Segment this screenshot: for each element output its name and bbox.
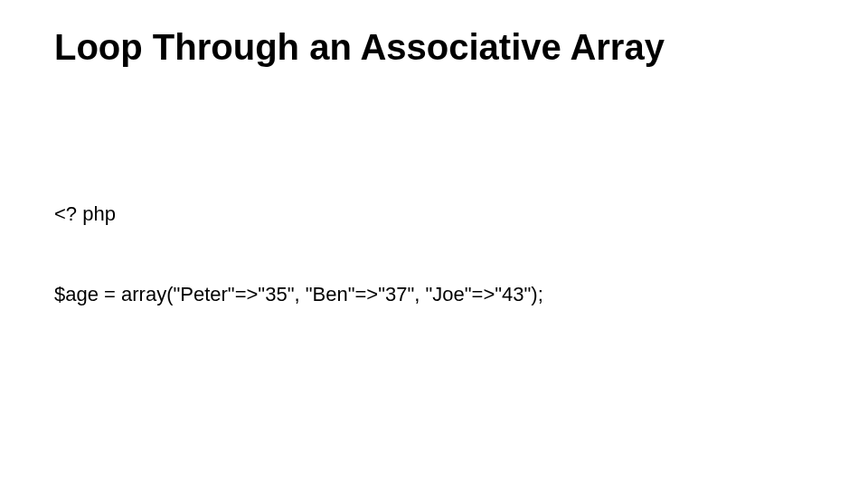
code-line: $age = array("Peter"=>"35", "Ben"=>"37",… (54, 281, 814, 308)
code-block: <? php $age = array("Peter"=>"35", "Ben"… (54, 93, 814, 488)
slide-container: Loop Through an Associative Array <? php… (0, 0, 868, 488)
code-section-setup: <? php $age = array("Peter"=>"35", "Ben"… (54, 146, 814, 361)
code-line: <? php (54, 201, 814, 228)
code-section-loop: foreach($age as $x => $x_value) { echo "… (54, 435, 814, 488)
slide-title: Loop Through an Associative Array (54, 27, 814, 68)
